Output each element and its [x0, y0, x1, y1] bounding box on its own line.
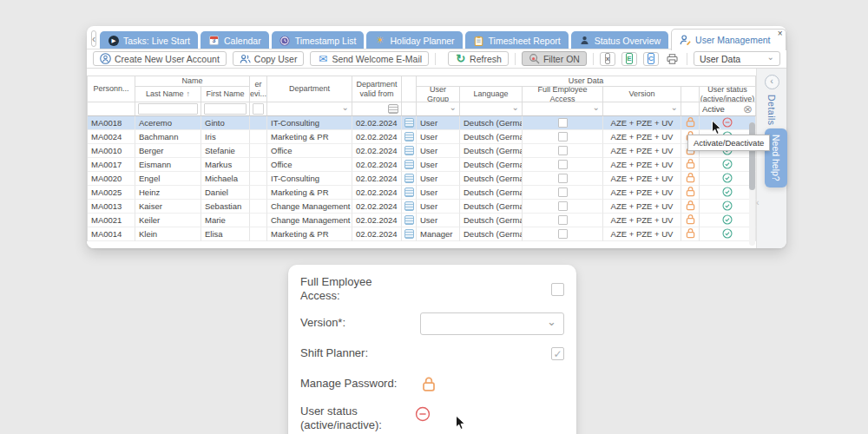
column-header-valid[interactable]: Department valid from — [352, 76, 402, 102]
tab-holiday-planner[interactable]: ☀Holiday Planner — [366, 31, 462, 49]
export-x-button[interactable]: x — [600, 52, 615, 66]
cell-id[interactable]: MA0018 — [88, 116, 135, 130]
lock-icon[interactable] — [686, 186, 695, 199]
cell-device[interactable] — [250, 227, 267, 241]
full-employee-access-checkbox[interactable] — [558, 174, 568, 183]
print-button[interactable] — [665, 52, 681, 66]
cell-valid[interactable]: 02.02.2024 — [352, 130, 402, 144]
full-employee-access-checkbox[interactable] — [558, 229, 568, 239]
column-header-calicon[interactable] — [402, 76, 417, 102]
tab-tasks-live-start[interactable]: ▶Tasks: Live Start — [100, 31, 198, 49]
status-active-icon[interactable] — [722, 187, 733, 199]
cell-calicon[interactable] — [402, 144, 417, 158]
cell-last[interactable]: Engel — [135, 172, 201, 186]
tab-calendar[interactable]: 3Calendar — [201, 31, 269, 49]
cell-first[interactable]: Ginto — [201, 116, 250, 130]
cell-dept[interactable]: Change Management — [267, 214, 352, 227]
cell-last[interactable]: Keiler — [135, 214, 201, 227]
cell-version[interactable]: AZE + PZE + UV — [603, 214, 681, 227]
details-tab[interactable]: Details — [766, 95, 777, 126]
cell-valid[interactable]: 02.02.2024 — [352, 144, 402, 158]
filter-input[interactable] — [138, 103, 198, 115]
full-employee-access-checkbox[interactable] — [558, 132, 568, 141]
cell-group[interactable]: User — [417, 158, 460, 172]
cell-device[interactable] — [250, 130, 267, 144]
cell-device[interactable] — [250, 214, 267, 227]
cell-valid[interactable]: 02.02.2024 — [352, 172, 402, 186]
cell-dept[interactable]: Office — [267, 144, 352, 158]
cell-lang[interactable]: Deutsch (German) — [460, 116, 523, 130]
calendar-icon[interactable] — [388, 104, 398, 114]
cell-device[interactable] — [250, 172, 267, 186]
cell-dept[interactable]: IT-Consulting — [267, 116, 352, 130]
cell-group[interactable]: User — [417, 130, 460, 144]
cell-first[interactable]: Markus — [201, 158, 250, 172]
cell-id[interactable]: MA0024 — [88, 130, 135, 144]
close-icon[interactable]: × — [778, 30, 783, 38]
cell-lock[interactable] — [681, 200, 700, 214]
column-header-first[interactable]: First Name — [201, 87, 250, 102]
export-csv-button[interactable]: C — [643, 52, 659, 66]
calendar-icon[interactable] — [404, 132, 414, 141]
cell-first[interactable]: Daniel — [201, 186, 250, 200]
cell-version[interactable]: AZE + PZE + UV — [603, 186, 681, 200]
calendar-icon[interactable] — [404, 174, 414, 183]
full-employee-access-checkbox[interactable] — [551, 283, 564, 296]
cell-last[interactable]: Klein — [135, 227, 201, 241]
full-employee-access-checkbox[interactable] — [558, 160, 568, 169]
cell-version[interactable]: AZE + PZE + UV — [603, 116, 681, 130]
full-employee-access-checkbox[interactable] — [558, 201, 568, 211]
copy-user-button[interactable]: Copy User — [233, 51, 305, 66]
cell-device[interactable] — [250, 186, 267, 200]
column-header-dept[interactable]: Department — [267, 76, 352, 102]
cell-fea[interactable] — [523, 172, 603, 186]
cell-status[interactable] — [700, 227, 756, 241]
cell-valid[interactable]: 02.02.2024 — [352, 158, 402, 172]
cell-group[interactable]: Manager — [417, 227, 460, 241]
column-header-version[interactable]: Version — [603, 87, 681, 102]
cell-fea[interactable] — [523, 227, 603, 241]
filter-device[interactable] — [250, 102, 267, 116]
scrollbar-thumb[interactable] — [749, 122, 755, 190]
calendar-icon[interactable] — [404, 201, 414, 211]
lock-icon[interactable] — [686, 214, 695, 227]
cell-group[interactable]: User — [417, 200, 460, 214]
cell-fea[interactable] — [523, 214, 603, 227]
cell-calicon[interactable] — [402, 227, 417, 241]
filter-lang[interactable]: ⌄ — [460, 102, 523, 116]
cell-version[interactable]: AZE + PZE + UV — [603, 172, 681, 186]
cell-device[interactable] — [250, 116, 267, 130]
filter-input[interactable] — [253, 103, 264, 115]
cell-id[interactable]: MA0025 — [88, 186, 135, 200]
cell-calicon[interactable] — [402, 214, 417, 227]
tab-user-management[interactable]: User Management× — [671, 29, 786, 50]
cell-status[interactable] — [700, 186, 756, 200]
cell-valid[interactable]: 02.02.2024 — [352, 186, 402, 200]
cell-version[interactable]: AZE + PZE + UV — [603, 158, 681, 172]
cell-last[interactable]: Kaiser — [135, 200, 201, 214]
expand-details-icon[interactable]: ‹ — [765, 75, 779, 89]
cell-fea[interactable] — [523, 158, 603, 172]
filter-fea[interactable]: ⌄ — [523, 102, 603, 116]
tab-status-overview[interactable]: Status Overview — [571, 31, 668, 49]
user-status-toggle-icon[interactable] — [415, 406, 431, 422]
cell-dept[interactable]: Marketing & PR — [267, 227, 352, 241]
status-active-icon[interactable] — [722, 173, 733, 185]
status-active-icon[interactable] — [722, 214, 733, 227]
cell-fea[interactable] — [523, 200, 603, 214]
cell-lang[interactable]: Deutsch (German) — [460, 130, 523, 144]
full-employee-access-checkbox[interactable] — [558, 215, 568, 225]
calendar-icon[interactable] — [404, 229, 414, 239]
calendar-icon[interactable] — [404, 160, 414, 169]
cell-lock[interactable] — [681, 214, 700, 227]
column-header-lang[interactable]: Language — [460, 87, 523, 102]
cell-device[interactable] — [250, 200, 267, 214]
cell-last[interactable]: Eismann — [135, 158, 201, 172]
filter-dept[interactable]: ⌄ — [267, 102, 352, 116]
cell-status[interactable] — [700, 200, 756, 214]
cell-id[interactable]: MA0017 — [88, 158, 135, 172]
cell-last[interactable]: Heinz — [135, 186, 201, 200]
cell-id[interactable]: MA0014 — [88, 227, 135, 241]
cell-id[interactable]: MA0021 — [88, 214, 135, 227]
lock-icon[interactable] — [686, 116, 695, 129]
